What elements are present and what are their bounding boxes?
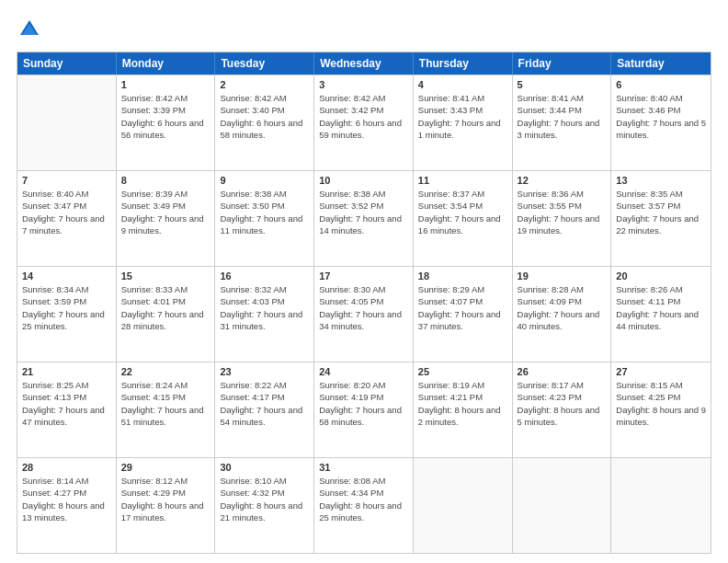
calendar-cell: 15Sunrise: 8:33 AMSunset: 4:01 PMDayligh…: [117, 267, 216, 362]
day-info: Sunrise: 8:42 AMSunset: 3:39 PMDaylight:…: [121, 92, 210, 141]
day-number: 31: [319, 462, 408, 473]
day-number: 8: [121, 175, 210, 186]
day-info: Sunrise: 8:12 AMSunset: 4:29 PMDaylight:…: [121, 475, 210, 523]
day-info: Sunrise: 8:26 AMSunset: 4:11 PMDaylight:…: [616, 283, 706, 332]
calendar-cell: 20Sunrise: 8:26 AMSunset: 4:11 PMDayligh…: [611, 267, 711, 362]
calendar-cell: 19Sunrise: 8:28 AMSunset: 4:09 PMDayligh…: [513, 267, 612, 362]
day-info: Sunrise: 8:30 AMSunset: 4:05 PMDaylight:…: [319, 283, 408, 332]
day-info: Sunrise: 8:17 AMSunset: 4:23 PMDaylight:…: [518, 379, 607, 428]
calendar-week: 28Sunrise: 8:14 AMSunset: 4:27 PMDayligh…: [17, 457, 711, 553]
day-info: Sunrise: 8:35 AMSunset: 3:57 PMDaylight:…: [616, 188, 706, 236]
day-number: 25: [418, 366, 507, 377]
day-info: Sunrise: 8:28 AMSunset: 4:09 PMDaylight:…: [518, 283, 607, 332]
day-number: 20: [616, 270, 706, 282]
day-info: Sunrise: 8:34 AMSunset: 3:59 PMDaylight:…: [22, 283, 111, 332]
day-number: 5: [518, 79, 607, 90]
calendar-cell: 21Sunrise: 8:25 AMSunset: 4:13 PMDayligh…: [17, 362, 117, 457]
calendar-cell: 28Sunrise: 8:14 AMSunset: 4:27 PMDayligh…: [17, 458, 117, 553]
calendar-week: 21Sunrise: 8:25 AMSunset: 4:13 PMDayligh…: [17, 362, 711, 457]
page: SundayMondayTuesdayWednesdayThursdayFrid…: [0, 0, 728, 563]
calendar-cell: 11Sunrise: 8:37 AMSunset: 3:54 PMDayligh…: [414, 171, 513, 266]
calendar-week: 7Sunrise: 8:40 AMSunset: 3:47 PMDaylight…: [17, 170, 711, 266]
day-info: Sunrise: 8:41 AMSunset: 3:43 PMDaylight:…: [418, 92, 507, 141]
day-number: 10: [319, 175, 408, 186]
calendar-cell: 29Sunrise: 8:12 AMSunset: 4:29 PMDayligh…: [117, 458, 216, 553]
calendar-cell: 8Sunrise: 8:39 AMSunset: 3:49 PMDaylight…: [117, 171, 216, 266]
calendar-cell: 27Sunrise: 8:15 AMSunset: 4:25 PMDayligh…: [611, 362, 711, 457]
day-number: 21: [22, 366, 111, 377]
calendar-week: 1Sunrise: 8:42 AMSunset: 3:39 PMDaylight…: [17, 75, 711, 170]
day-info: Sunrise: 8:29 AMSunset: 4:07 PMDaylight:…: [418, 283, 507, 332]
logo-icon: [17, 17, 42, 42]
day-number: 12: [518, 175, 607, 186]
calendar-week: 14Sunrise: 8:34 AMSunset: 3:59 PMDayligh…: [17, 266, 711, 362]
calendar-cell: 26Sunrise: 8:17 AMSunset: 4:23 PMDayligh…: [513, 362, 612, 457]
calendar-cell: 24Sunrise: 8:20 AMSunset: 4:19 PMDayligh…: [314, 362, 414, 457]
day-number: 7: [22, 175, 111, 186]
calendar-day-header: Friday: [513, 52, 612, 75]
day-info: Sunrise: 8:22 AMSunset: 4:17 PMDaylight:…: [220, 379, 309, 428]
calendar-body: 1Sunrise: 8:42 AMSunset: 3:39 PMDaylight…: [17, 75, 711, 553]
day-info: Sunrise: 8:36 AMSunset: 3:55 PMDaylight:…: [518, 188, 607, 236]
calendar-cell: 4Sunrise: 8:41 AMSunset: 3:43 PMDaylight…: [414, 75, 513, 170]
calendar-cell: 7Sunrise: 8:40 AMSunset: 3:47 PMDaylight…: [17, 171, 117, 266]
calendar-cell: 5Sunrise: 8:41 AMSunset: 3:44 PMDaylight…: [513, 75, 612, 170]
calendar-cell: 12Sunrise: 8:36 AMSunset: 3:55 PMDayligh…: [513, 171, 612, 266]
day-number: 15: [121, 270, 210, 282]
calendar-day-header: Thursday: [414, 52, 513, 75]
day-info: Sunrise: 8:33 AMSunset: 4:01 PMDaylight:…: [121, 283, 210, 332]
calendar-day-header: Monday: [117, 52, 216, 75]
calendar-cell: 1Sunrise: 8:42 AMSunset: 3:39 PMDaylight…: [117, 75, 216, 170]
day-number: 9: [220, 175, 309, 186]
calendar-cell: 13Sunrise: 8:35 AMSunset: 3:57 PMDayligh…: [611, 171, 711, 266]
calendar-cell: 10Sunrise: 8:38 AMSunset: 3:52 PMDayligh…: [314, 171, 414, 266]
calendar-cell: 14Sunrise: 8:34 AMSunset: 3:59 PMDayligh…: [17, 267, 117, 362]
logo: [17, 17, 46, 42]
day-info: Sunrise: 8:10 AMSunset: 4:32 PMDaylight:…: [220, 475, 309, 523]
day-number: 13: [616, 175, 706, 186]
calendar-cell: 22Sunrise: 8:24 AMSunset: 4:15 PMDayligh…: [117, 362, 216, 457]
calendar-cell: [611, 458, 711, 553]
calendar: SundayMondayTuesdayWednesdayThursdayFrid…: [17, 52, 711, 554]
calendar-cell: 16Sunrise: 8:32 AMSunset: 4:03 PMDayligh…: [215, 267, 314, 362]
calendar-day-header: Tuesday: [215, 52, 314, 75]
day-info: Sunrise: 8:40 AMSunset: 3:47 PMDaylight:…: [22, 188, 111, 236]
calendar-cell: 17Sunrise: 8:30 AMSunset: 4:05 PMDayligh…: [314, 267, 414, 362]
day-number: 4: [418, 79, 507, 90]
day-info: Sunrise: 8:19 AMSunset: 4:21 PMDaylight:…: [418, 379, 507, 428]
calendar-cell: 31Sunrise: 8:08 AMSunset: 4:34 PMDayligh…: [314, 458, 414, 553]
day-info: Sunrise: 8:42 AMSunset: 3:42 PMDaylight:…: [319, 92, 408, 141]
day-number: 3: [319, 79, 408, 90]
day-number: 30: [220, 462, 309, 473]
day-number: 27: [616, 366, 706, 377]
day-info: Sunrise: 8:08 AMSunset: 4:34 PMDaylight:…: [319, 475, 408, 523]
day-info: Sunrise: 8:32 AMSunset: 4:03 PMDaylight:…: [220, 283, 309, 332]
header: [17, 17, 711, 42]
day-info: Sunrise: 8:14 AMSunset: 4:27 PMDaylight:…: [22, 475, 111, 523]
calendar-cell: 6Sunrise: 8:40 AMSunset: 3:46 PMDaylight…: [611, 75, 711, 170]
day-info: Sunrise: 8:38 AMSunset: 3:52 PMDaylight:…: [319, 188, 408, 236]
calendar-cell: 2Sunrise: 8:42 AMSunset: 3:40 PMDaylight…: [215, 75, 314, 170]
day-info: Sunrise: 8:24 AMSunset: 4:15 PMDaylight:…: [121, 379, 210, 428]
day-number: 29: [121, 462, 210, 473]
day-info: Sunrise: 8:25 AMSunset: 4:13 PMDaylight:…: [22, 379, 111, 428]
day-number: 11: [418, 175, 507, 186]
day-number: 6: [616, 79, 706, 90]
day-number: 22: [121, 366, 210, 377]
day-info: Sunrise: 8:15 AMSunset: 4:25 PMDaylight:…: [616, 379, 706, 428]
day-number: 16: [220, 270, 309, 282]
day-number: 18: [418, 270, 507, 282]
calendar-day-header: Wednesday: [314, 52, 414, 75]
day-number: 19: [518, 270, 607, 282]
calendar-cell: 18Sunrise: 8:29 AMSunset: 4:07 PMDayligh…: [414, 267, 513, 362]
day-info: Sunrise: 8:42 AMSunset: 3:40 PMDaylight:…: [220, 92, 309, 141]
day-number: 24: [319, 366, 408, 377]
calendar-cell: [513, 458, 612, 553]
calendar-cell: [414, 458, 513, 553]
calendar-day-header: Saturday: [611, 52, 711, 75]
calendar-header: SundayMondayTuesdayWednesdayThursdayFrid…: [17, 52, 711, 75]
day-info: Sunrise: 8:40 AMSunset: 3:46 PMDaylight:…: [616, 92, 706, 141]
day-number: 2: [220, 79, 309, 90]
calendar-cell: 3Sunrise: 8:42 AMSunset: 3:42 PMDaylight…: [314, 75, 414, 170]
calendar-cell: 23Sunrise: 8:22 AMSunset: 4:17 PMDayligh…: [215, 362, 314, 457]
